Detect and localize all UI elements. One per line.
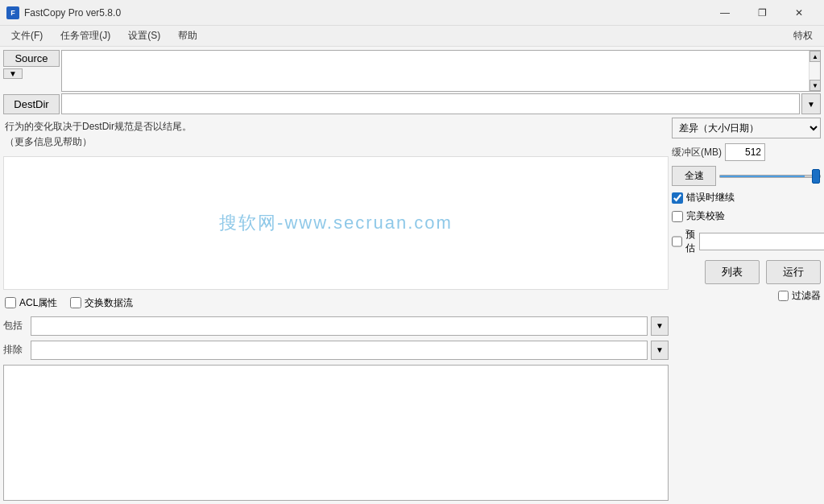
title-bar: F FastCopy Pro ver5.8.0 — ❐ ✕	[0, 0, 824, 26]
destdir-input[interactable]	[61, 93, 800, 114]
estimate-text: 预估	[685, 228, 696, 255]
exclude-label: 排除	[3, 343, 27, 357]
acl-checkbox[interactable]	[5, 297, 16, 308]
app-icon: F	[6, 6, 19, 19]
exchange-label: 交换数据流	[85, 296, 133, 310]
perfect-verify-label[interactable]: 完美校验	[672, 209, 821, 223]
exchange-checkbox[interactable]	[70, 297, 81, 308]
destdir-button[interactable]: DestDir	[3, 94, 60, 114]
maximize-button[interactable]: ❐	[743, 0, 781, 26]
buffer-label: 缓冲区(MB)	[672, 146, 722, 159]
filter-checkbox-label[interactable]: 过滤器	[778, 289, 821, 303]
source-textarea[interactable]	[62, 51, 820, 91]
acl-checkbox-label[interactable]: ACL属性	[5, 296, 57, 310]
estimate-row: 预估	[672, 228, 821, 255]
window-controls: — ❐ ✕	[706, 0, 818, 26]
menu-task[interactable]: 任务管理(J)	[52, 27, 118, 45]
mode-row: 差异（大小/日期） 完全复制 移动 同步 删除	[672, 118, 821, 138]
menu-bar-left: 文件(F) 任务管理(J) 设置(S) 帮助	[3, 27, 205, 45]
menu-settings[interactable]: 设置(S)	[120, 27, 168, 45]
destdir-row: DestDir ▼	[3, 93, 821, 114]
destdir-dropdown-button[interactable]: ▼	[801, 93, 821, 114]
speed-slider-fill	[720, 176, 805, 177]
info-line1: 行为的变化取决于DestDir规范是否以结尾。	[5, 119, 667, 134]
perfect-verify-checkbox[interactable]	[672, 211, 683, 222]
source-row: Source ▼ ▲ ▼	[3, 50, 821, 92]
main-content: Source ▼ ▲ ▼ DestDir ▼ 行为的变化取决于DestDir规范…	[0, 47, 824, 504]
buffer-input[interactable]	[725, 143, 765, 161]
source-dropdown-button[interactable]: ▼	[3, 68, 23, 79]
checkboxes-row: ACL属性 交换数据流	[3, 293, 669, 313]
source-button[interactable]: Source	[3, 50, 60, 67]
title-bar-left: F FastCopy Pro ver5.8.0	[6, 6, 121, 19]
include-row: 包括 ▼	[3, 316, 669, 336]
speed-slider-track	[719, 175, 821, 178]
menu-help[interactable]: 帮助	[170, 27, 205, 45]
middle-section: 行为的变化取决于DestDir规范是否以结尾。 （更多信息见帮助） 搜软网-ww…	[3, 116, 821, 501]
include-label: 包括	[3, 319, 27, 333]
source-input-area: ▲ ▼	[61, 50, 821, 92]
mode-select[interactable]: 差异（大小/日期） 完全复制 移动 同步 删除	[672, 118, 821, 138]
info-text: 行为的变化取决于DestDir规范是否以结尾。 （更多信息见帮助）	[3, 116, 669, 153]
speed-slider-thumb[interactable]	[812, 169, 820, 184]
exclude-row: 排除 ▼	[3, 341, 669, 360]
error-continue-text: 错误时继续	[686, 191, 735, 204]
estimate-input[interactable]	[699, 233, 824, 250]
estimate-checkbox[interactable]	[672, 236, 682, 247]
list-button[interactable]: 列表	[705, 260, 760, 284]
info-line2: （更多信息见帮助）	[5, 134, 667, 150]
error-continue-label[interactable]: 错误时继续	[672, 191, 821, 204]
error-continue-checkbox[interactable]	[672, 192, 683, 204]
action-buttons: 列表 运行	[672, 260, 821, 284]
right-panel: 差异（大小/日期） 完全复制 移动 同步 删除 缓冲区(MB) 全速	[672, 116, 821, 501]
filter-checkbox[interactable]	[778, 291, 789, 301]
buffer-row: 缓冲区(MB)	[672, 143, 821, 161]
left-panel: 行为的变化取决于DestDir规范是否以结尾。 （更多信息见帮助） 搜软网-ww…	[3, 116, 669, 501]
filter-checkbox-text: 过滤器	[792, 289, 821, 303]
minimize-button[interactable]: —	[706, 0, 743, 26]
run-button[interactable]: 运行	[766, 260, 821, 284]
perfect-verify-text: 完美校验	[686, 209, 725, 223]
exclude-dropdown-btn[interactable]: ▼	[651, 341, 669, 360]
speed-row: 全速	[672, 166, 821, 186]
menu-special[interactable]: 特权	[785, 27, 821, 45]
log-area	[3, 365, 669, 501]
source-scrollbar: ▲ ▼	[809, 51, 820, 91]
speed-slider-container[interactable]	[719, 168, 821, 184]
acl-label: ACL属性	[19, 296, 57, 310]
estimate-label[interactable]: 预估	[672, 228, 696, 255]
speed-button[interactable]: 全速	[672, 166, 716, 186]
scroll-up-arrow[interactable]: ▲	[810, 51, 821, 62]
menu-file[interactable]: 文件(F)	[3, 27, 51, 45]
exchange-checkbox-label[interactable]: 交换数据流	[70, 296, 133, 310]
watermark-text: 搜软网-www.secruan.com	[219, 211, 453, 235]
exclude-input[interactable]	[31, 341, 648, 360]
include-input[interactable]	[31, 316, 648, 336]
scroll-down-arrow[interactable]: ▼	[810, 80, 821, 91]
menu-bar: 文件(F) 任务管理(J) 设置(S) 帮助 特权	[0, 26, 824, 47]
close-button[interactable]: ✕	[781, 0, 818, 26]
watermark-area: 搜软网-www.secruan.com	[3, 156, 669, 289]
include-dropdown-btn[interactable]: ▼	[651, 316, 669, 336]
app-title: FastCopy Pro ver5.8.0	[24, 7, 121, 19]
